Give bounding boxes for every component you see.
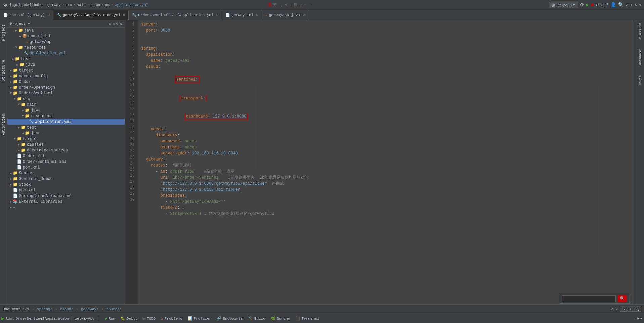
run-label: Run: <box>5 317 14 321</box>
debug-run-icon[interactable]: ▶ <box>586 2 589 8</box>
tree-item-external-libs[interactable]: ▶ 📚 External Libraries <box>7 199 125 204</box>
sidebar-close-icon[interactable]: ✕ <box>120 21 122 26</box>
tree-item-target[interactable]: ▶ 📁 target <box>7 67 125 73</box>
tree-item-sentinel-demon[interactable]: ▶ 📁 Sentinel_demon <box>7 176 125 182</box>
tree-item-main[interactable]: ▼ 📁 main <box>7 102 125 107</box>
ln-17: 17 <box>125 118 137 124</box>
bottom-tab-endpoints[interactable]: 🔗 Endpoints <box>215 314 245 323</box>
tree-item-pom-root[interactable]: ▶ 📄 pom.xml <box>7 187 125 193</box>
sidebar-sync-icon[interactable]: ⊙ <box>109 21 112 26</box>
user-icon[interactable]: 👤 <box>610 2 616 8</box>
breadcrumb-src[interactable]: src <box>65 3 72 7</box>
bottom-tab-problems[interactable]: ⚠ Problems <box>159 314 184 323</box>
bottom-tab-spring[interactable]: 🌿 Spring <box>269 314 292 323</box>
code-line-30 <box>141 235 630 241</box>
tree-item-generated-sources[interactable]: ▶ 📁 generated-sources <box>7 147 125 153</box>
project-icon[interactable]: Project <box>1 23 6 42</box>
tab-order-sentinel-close[interactable]: ✕ <box>216 13 218 17</box>
tree-item-classes[interactable]: ▶ 📁 classes <box>7 142 125 147</box>
tab-getway-iml-close[interactable]: ✕ <box>256 13 258 17</box>
ln-4: 4 <box>125 40 137 46</box>
status-sep2: › <box>55 307 57 311</box>
structure-icon[interactable]: Structure <box>1 58 6 83</box>
tree-item-resources-main[interactable]: ▼ 📁 resources <box>7 113 125 119</box>
panel-settings-icon[interactable]: ⚙ <box>637 316 639 321</box>
run-config-name2[interactable]: getwayApp <box>75 317 94 321</box>
breadcrumb-getway[interactable]: getway <box>47 3 61 7</box>
settings-icon[interactable]: ⚙ <box>601 2 603 8</box>
bottom-tab-run[interactable]: ▶ Run <box>103 314 117 323</box>
search-icon[interactable]: 🔍 <box>618 2 624 8</box>
breadcrumb-file[interactable]: application.yml <box>115 3 148 7</box>
code-line-6: application: <box>141 52 630 58</box>
bottom-tab-todo[interactable]: ☑ TODO <box>141 314 158 323</box>
run-play-icon[interactable]: ▶ <box>1 316 4 321</box>
tree-item-appyml-gateway[interactable]: ▶ 🔧 application.yml <box>7 50 125 56</box>
search-submit-button[interactable]: 🔍 <box>618 295 627 302</box>
tree-item-order-sentinel-iml[interactable]: ▶ 📄 Order-Sentinel.iml <box>7 159 125 165</box>
tree-item-sca-iml[interactable]: ▶ 📄 SpringCloudAlibaba.iml <box>7 193 125 199</box>
tree-label-java: java <box>24 28 34 33</box>
tree-item-resources[interactable]: ▼ 📁 resources <box>7 45 125 50</box>
tree-item-java-test[interactable]: ▶ 📁 java <box>7 62 125 67</box>
tree-item-java[interactable]: ▶ 📁 java <box>7 28 125 33</box>
database-tab[interactable]: Database <box>638 48 643 66</box>
tab-getway-iml[interactable]: 📄 getway.iml ✕ <box>222 10 262 20</box>
tree-item-test[interactable]: ▶ 📁 test <box>7 56 125 62</box>
tree-item-stock[interactable]: ▶ 📁 Stock <box>7 182 125 187</box>
tree-item-getwayapp[interactable]: ▶ ☕ getwayApp <box>7 39 125 45</box>
bottom-tab-profiler[interactable]: 📊 Profiler <box>186 314 214 323</box>
tree-item-order-openfeign[interactable]: ▶ 📁 Order-Openfeign <box>7 85 125 90</box>
tab-getway-app-java-close[interactable]: ✕ <box>303 13 305 17</box>
gradle-icon[interactable]: ⚙ <box>596 2 598 8</box>
tree-label-nacos: nacos-config <box>19 74 48 79</box>
status-close-icon[interactable]: ✕ <box>615 307 618 311</box>
run-config-name[interactable]: OrderSentinelApplication <box>16 317 69 321</box>
arrow-sca-iml: ▶ <box>9 194 13 198</box>
ln-16: 16 <box>125 112 137 118</box>
tree-item-pom-sentinel[interactable]: ▶ 📄 pom.xml <box>7 165 125 170</box>
tree-item-src[interactable]: ▼ 📁 src <box>7 96 125 102</box>
maven-tab[interactable]: Maven <box>638 74 643 87</box>
sidebar-collapse-icon[interactable]: ≡ <box>113 22 115 26</box>
tree-item-appyml-sentinel[interactable]: ▶ 🔧 application.yml <box>7 119 125 125</box>
bottom-tab-debug[interactable]: 🐛 Debug <box>119 314 140 323</box>
event-log-btn[interactable]: Event Log <box>620 307 641 312</box>
editor-scrollbar[interactable] <box>633 20 637 304</box>
tree-item-order-sentinel[interactable]: ▼ 📁 Order-Sentinel <box>7 90 125 96</box>
tree-item-seatas[interactable]: ▶ 📁 Seatas <box>7 170 125 176</box>
stop-icon[interactable]: ■ <box>591 2 594 8</box>
tree-item-order[interactable]: ▶ 📁 Order <box>7 79 125 85</box>
rebuild-icon[interactable]: ⟳ <box>580 2 584 8</box>
code-editor[interactable]: server: port: 8888 spring: application: … <box>138 20 633 304</box>
classlib-tab[interactable]: Classlib <box>638 21 643 40</box>
tab-pom[interactable]: 📄 pom.xml (getway) ✕ <box>0 10 53 20</box>
tree-item-nacos-config[interactable]: ▶ 📁 nacos-config <box>7 73 125 79</box>
tab-pom-close[interactable]: ✕ <box>48 13 50 17</box>
bottom-tab-terminal[interactable]: ⬛ Terminal <box>293 314 321 323</box>
tree-item-comrjbd[interactable]: ▶ 📦 com.rj.bd <box>7 33 125 39</box>
bottom-tab-build[interactable]: 🔨 Build <box>246 314 267 323</box>
breadcrumb-project[interactable]: SpringCloudAlibaba <box>3 3 43 7</box>
tree-item-test-sentinel[interactable]: ▶ 📁 test <box>7 125 125 130</box>
breadcrumb-resources[interactable]: resources <box>90 3 110 7</box>
sidebar-settings-icon[interactable]: ⚙ <box>116 21 119 26</box>
breadcrumb-main[interactable]: main <box>77 3 85 7</box>
search-input[interactable] <box>562 295 616 302</box>
tree-item-java-test-sentinel[interactable]: ▶ 📁 java <box>7 130 125 136</box>
tree-item-java-main[interactable]: ▶ 📁 java <box>7 107 125 113</box>
tree-item-target-sentinel[interactable]: ▼ 📁 target <box>7 136 125 142</box>
arrow-stock: ▶ <box>9 183 13 187</box>
tab-order-sentinel[interactable]: 🔧 Order-Sentinel\...\application.yml ✕ <box>129 10 222 20</box>
tree-item-scratches[interactable]: ▶ ✏️ <box>7 204 125 210</box>
favorites-icon[interactable]: Favorites <box>1 112 6 137</box>
status-settings-icon[interactable]: ⚙ <box>611 307 614 311</box>
arrow-java-test-sentinel: ▶ <box>21 131 25 135</box>
run-config-dropdown[interactable]: getwayApp ▼ <box>549 2 578 8</box>
tab-gateway-close[interactable]: ✕ <box>123 13 125 17</box>
tab-gateway-app[interactable]: 🔧 getway\...\application.yml ✕ <box>53 10 129 20</box>
panel-close-icon[interactable]: ✕ <box>640 316 643 321</box>
tab-getway-app-java[interactable]: ☕ getwayApp.java ✕ <box>262 10 308 20</box>
tree-item-order-iml[interactable]: ▶ 📄 Order.iml <box>7 153 125 159</box>
help-icon[interactable]: ? <box>605 2 608 8</box>
